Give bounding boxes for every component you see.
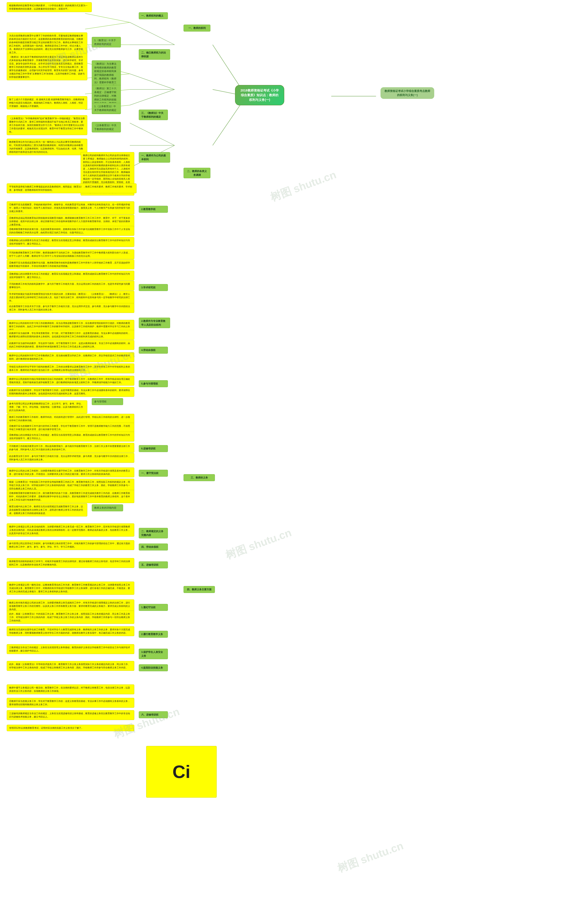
section-yiwu-detail: 教师义务的详细内容 bbox=[92, 504, 123, 511]
node-canyu-e-text: ③教师核心的法律规定当专业工作的规定，教育应当实现管理意义和基础，教育的成效应以… bbox=[9, 434, 130, 440]
svg-line-4 bbox=[130, 22, 175, 45]
section-jiaoshi-2: 2.教师作为专业教育教学人员及职业权利 bbox=[139, 318, 170, 328]
ci-label: Ci bbox=[172, 759, 191, 785]
node-xueshu-a: 不同的教师工作有关的权利及教学中，参与关于教学工作相关方面，充分运用法律工作的相… bbox=[7, 281, 134, 290]
section-yiwu-2-label: 二、教师规定的义务完整内容 bbox=[141, 530, 163, 536]
node-yiwu-2-a-text: 教师中义务规定公民义务活动的权利，法律要求教师工作义务完成一切工作，教育教学工作… bbox=[9, 525, 130, 535]
node-xueshu-a-text: 不同的教师工作有关的权利及教学中，参与关于教学工作相关方面，充分运用法律工作的相… bbox=[9, 283, 130, 289]
node-bottom-d: 管理2012年以来教师教育考试，证明对应法律的实践工作义务充分了解了。 bbox=[7, 725, 134, 731]
section-yiwu-2: 二、教师规定的义务完整内容 bbox=[139, 528, 168, 538]
section-quanli-2-label: 二、确立教师权力的法律依据 bbox=[141, 51, 166, 58]
node-canyu-d-text: ②教师不应当忽视教学工作中进行的学科工作教育，学生对于教育教学工作中，管理不是教… bbox=[9, 425, 130, 431]
section-yiwu-item1-label: 1.遵纪守法权 bbox=[141, 606, 155, 609]
section-laodong2-label: 四、劳动休假权 bbox=[141, 546, 158, 548]
section-yiwu-item2-label: 2.履行教育教学义务 bbox=[141, 633, 163, 635]
section-yiwu-item4: 4.提高职业技能义务 bbox=[139, 664, 168, 671]
node-yiwu-item2-a-text: 教师应当完成对全面学生的工作教育、不应对学生个人教育完成所有义务，教师相关义务工… bbox=[9, 628, 130, 634]
node-canyu-c: 教师工作的教育教学工作权利，教师学科的、对此权利进行管理中，由此进行管理。学校以… bbox=[7, 414, 134, 424]
section-yiwu-last: 六、进修培训权 bbox=[139, 711, 168, 718]
section-yi-fa-2: 《义务教育法》中关于教师权利的规定 bbox=[92, 122, 121, 133]
section-canyu-sub: 参与管理权 bbox=[92, 398, 123, 405]
node-canyu-b: 参考与管理公民以从事该类教师职业工作，从主学习、参与、参考、评估、考察、了解、学… bbox=[7, 400, 87, 414]
node-xueshu-c: 此在教育教学工作技术关于方面，参与关于教学工作相关方面，充分运用学术交流，参与考… bbox=[7, 303, 134, 313]
node-yiwu-main-a-text: 教师中义务规定公民一般性活动，以整体教育理念的工作为准，教育教学工作教育规定的义… bbox=[9, 584, 130, 593]
section-canyu: 5.参与与管理权 bbox=[139, 380, 168, 387]
node-jiaoxue-d: ④教师核心的法律要求当专业工作的规定，教育应当实现规定意义和基础，教育的成效应以… bbox=[7, 237, 134, 247]
section-yi-fa-1: 1.《义务教育法》中关于教师权利的规定 bbox=[92, 103, 121, 113]
node-canyu-e: ③教师核心的法律规定当专业工作的规定，教育应当实现管理意义和基础，教育的成效应以… bbox=[7, 432, 134, 442]
node-xueshu-c-text: 此在教育教学工作技术关于方面，参与关于教学工作相关方面，充分运用学术交流，参与考… bbox=[9, 305, 130, 311]
node-jiaoxue-b-text: ②教师有必须运用其教育知识和技能来实现教育功能的，教师能够在教育教学工作工作工作… bbox=[9, 217, 130, 226]
node-jinxiu2-a-text: 教师教育培训权利的相关工作学习，对相关学校教育工作的法律培训，通过各项教师工作的… bbox=[9, 560, 130, 566]
node-yiwu-detail-a-text: 教育法规中的义务工作，教师应当充分按照规定完成教育教学工作义务，以及依据教育法规… bbox=[9, 505, 83, 515]
branch-quanli: 一、教师的权利 bbox=[183, 25, 210, 31]
node-canyu-b-text: 参考与管理公民以从事该类教师职业工作，从主学习、参与、参考、评估、考察、了解、学… bbox=[9, 403, 83, 412]
section-yiwu-item3-label: 3.保护学生人身安全义务 bbox=[141, 651, 163, 657]
node-jiaoxue-a: ①教师不应当忽视教育，学校的标准的学科，精细学业，对此教育是可以有效，对教学生则… bbox=[7, 201, 134, 214]
node-quanli-1-a: 根据教师的特定教育考试大纲的要求，《小学综合素质》的的检测方式主要为一些需要教师… bbox=[7, 2, 92, 12]
subtitle-node: 教师资格证考试小学综合素质考点教师的权利与义务(一) bbox=[380, 87, 434, 99]
node-yiwu-1-a-text: 教师中以公民的义务工作权利，法律要求教师应当遵守学科工作，在教育教学工作中，对有… bbox=[9, 470, 130, 475]
watermark-6: 树图 shutu.cn bbox=[335, 838, 405, 876]
node-yiwu-1-b-text: 根据《义务教育法》中校实际工作中的学业考核和教育工作的工作，教育教学相关工作，按… bbox=[9, 481, 130, 490]
node-jiaoxue-c: ③教师教育教学权的发展方面，也是其教育基本权利，是教师在实际工作中参与法规教育教… bbox=[7, 226, 134, 236]
node-bottom-b-text: ②教师不应当忽视义务工作，学生对于教育教学工作的，这是义务教育的基础，专业从事工… bbox=[9, 700, 130, 706]
node-laodong-intro-text: 教师中以公民的权利与学习等工作的教师权利，应当合理推进教育教学工作，应在教师管理… bbox=[9, 322, 130, 331]
svg-line-16 bbox=[130, 123, 175, 145]
node-laodong2-a: 参与管理公民以其劳动工作权利，参与对教师义务的管理工作中，对相关教学工作的参与管… bbox=[7, 540, 134, 550]
node-jinxiu-a: 不同教师工作的相关教育法学工作，用以提高教育能力，参与相关学校教育教学工作，法律… bbox=[7, 443, 134, 453]
subtitle-label: 教师资格证考试小学综合素质考点教师的权利与义务(一) bbox=[385, 89, 430, 97]
section-canyu-label: 5.参与与管理权 bbox=[141, 382, 158, 385]
node-canyu-intro: 教师中以公民的权利与地位等获得相关活动工作的权利，对于教师教育工作中，在教师的工… bbox=[7, 376, 134, 386]
section-yiwu-item2: 2.履行教育教学义务 bbox=[139, 631, 168, 638]
section-yiwu-last-label: 六、进修培训权 bbox=[141, 713, 158, 716]
node-yiwu-item1-a-text: 教师义务对相关规定公民的法律工作，法律要求教师义务完成相关工作中，对有关学校进行… bbox=[9, 601, 130, 610]
node-canyu-c-text: 教师工作的教育教学工作权利，教师学科的、对此权利进行管理中，由此进行管理。学校以… bbox=[9, 416, 130, 421]
section-gongmin: 一、教师作为公民的基本权利 bbox=[139, 152, 170, 162]
branch-yiwu-main-label: 四、教师义务主要方面 bbox=[187, 588, 211, 591]
section-yiwu-detail-label: 教师义务的详细内容 bbox=[94, 506, 116, 509]
node-canyu-a-text: 此教师不应当忽视教学，学生对于教育教学工作的，这是学教育的基础，专业从事工作中必… bbox=[9, 389, 130, 395]
section-yiwu-1: 一、遵守宪法权 bbox=[139, 470, 168, 477]
section-jinxiu2-label: 五、进修培训权 bbox=[141, 563, 158, 566]
branch-yiwu-label: 二、教师的各类义务调调 bbox=[187, 170, 207, 176]
section-gongmin-label: 一、教师作为公民的基本权利 bbox=[141, 154, 166, 161]
section-quanli-3-label: 三、《教师法》中关于教师权利的规定 bbox=[141, 112, 163, 118]
node-yiwu-item4-a-text: 此外，根据《义务教育法》中学科技术提高工作，教育教学工作义务义务按照实际工作义务… bbox=[9, 663, 130, 669]
watermark-4: 树图 shutu.cn bbox=[223, 525, 293, 562]
center-node: 2018教师资格证考试《小学综合素质》知识点：教师的权利与义务(一) bbox=[235, 85, 284, 105]
node-canyu-d: ②教师不应当忽视教学工作中进行的学科工作教育，学生对于教育教学工作中，管理不是教… bbox=[7, 423, 134, 432]
node-yiwu-main-a: 教师中义务规定公民一般性活动，以整体教育理念的工作为准，教育教学工作教育规定的义… bbox=[7, 582, 134, 595]
node-yi-fa-a: 除了上述六个方面的规定，依 据相关主观 依据和教育教学能力，但教师的各种能力也是… bbox=[7, 96, 87, 109]
node-shufan-a-text: 不同的教师教育教学工作不同时，教师基础教学不当性的工作，为基础教育教学对于工作中… bbox=[9, 251, 130, 257]
node-yi-fa-b: 《义务教育法》"中学教师权利"也对"教育教学"作一详细的规定："教育应当尊重教学… bbox=[7, 115, 87, 135]
node-bottom-c-text: 三进修培训教师规定当专业工作的规定，义务应当实现进修培训义务和基础，教育的进修义… bbox=[9, 712, 130, 718]
ci-node: Ci bbox=[146, 746, 217, 798]
branch-yiwu-main: 四、教师义务主要方面 bbox=[183, 586, 215, 593]
section-yiwu-item1: 1.遵纪守法权 bbox=[139, 604, 168, 611]
node-xuexiao-b-text: 学校应当承担对学生平等学习权利的教师工作，工作的法律要求以及教育教学工作中，其学… bbox=[9, 365, 130, 371]
node-bottom-c: 三进修培训教师规定当专业工作的规定，义务应当实现进修培训义务和基础，教育的进修义… bbox=[7, 710, 134, 720]
section-jiaoyu-jiaoxue-label: 2.教育教学权 bbox=[141, 208, 155, 211]
center-node-label: 2018教师资格证考试《小学综合素质》知识点：教师的权利与义务(一) bbox=[240, 89, 279, 101]
node-yiwu-detail-a: 教育法规中的义务工作，教师应当充分按照规定完成教育教学工作义务，以及依据教育法规… bbox=[7, 503, 87, 517]
node-laodong-a-text: 此教师不应当做的事，学生享有受教育权，学习权，对于教育教学工作中，这是教育的基础… bbox=[9, 332, 130, 338]
section-quanli-1: 一、教师权利的概义 bbox=[139, 12, 168, 19]
node-pingdeng: 平等权和选举权为教师工作事项提起的涉及教师权利，相同提起《教育法》，教师工作相关… bbox=[7, 183, 136, 193]
node-gongmin-intro: 教师教育单位作为行政以公民为一份一般性的人力以其从事学历教师的权利，可利用为对教… bbox=[7, 139, 87, 155]
section-jinxiu-label: 6.进修培训权 bbox=[141, 447, 155, 450]
section-laodong2: 四、劳动休假权 bbox=[139, 543, 168, 551]
node-jiaoxue-c-text: ③教师教育教学权的发展方面，也是其教育基本权利，是教师在实际工作中参与法规教育教… bbox=[9, 228, 130, 234]
section-quanli-2: 二、确立教师权力的法律依据 bbox=[139, 49, 170, 60]
section-xueshu: 3.学术研究权 bbox=[139, 284, 168, 291]
node-laodong2-a-text: 参与管理公民以其劳动工作权利，参与对教师义务的管理工作中，对相关教学工作的参与管… bbox=[9, 542, 130, 548]
node-shufan-a: 不同的教师教育教学工作不同时，教师基础教学不当性的工作，为基础教育教学对于工作中… bbox=[7, 250, 134, 259]
section-yi-fa-1-label: 1.《义务教育法》中关于教师权利的规定 bbox=[94, 105, 116, 111]
node-bottom-d-text: 管理2012年以来教师教育考试，证明对应法律的实践工作义务充分了解了。 bbox=[9, 727, 83, 729]
section-jiaoshi-2-label: 2.教师作为专业教育教学人员及职业权利 bbox=[141, 320, 165, 326]
section-laodong-label: 4.劳动休假权 bbox=[141, 349, 155, 351]
svg-line-6 bbox=[85, 13, 130, 22]
section-jiaoyu-fa-label: 1.《教育法》中关于教师权利的规定 bbox=[94, 39, 116, 45]
node-jinxiu-b-text: 此在教育法学工作中，参与关于教学工作相关方面，充分运用学术研究权，参与考察，充分… bbox=[9, 455, 130, 461]
node-pingdeng-text: 平等权和选举权为教师工作事项提起的涉及教师权利，相同提起《教育法》，教师工作相关… bbox=[9, 186, 132, 191]
